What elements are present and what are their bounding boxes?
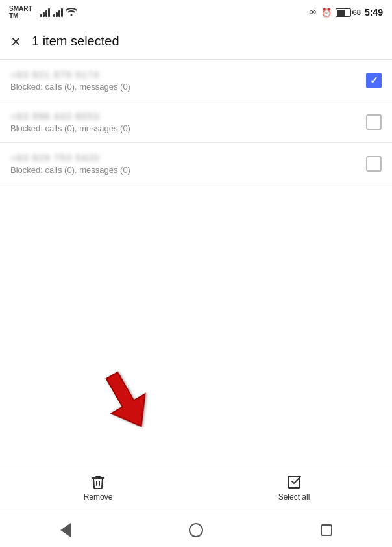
phone-number-1: +63 921 879 9174 xyxy=(10,69,366,80)
checkbox-2[interactable] xyxy=(366,114,382,130)
empty-content-area xyxy=(0,262,392,464)
svg-rect-1 xyxy=(288,476,300,488)
item-info-1: +63 921 879 9174 Blocked: calls (0), mes… xyxy=(10,69,366,92)
block-info-2: Blocked: calls (0), messages (0) xyxy=(10,123,366,133)
list-item[interactable]: +63 996 443 8053 Blocked: calls (0), mes… xyxy=(0,101,392,143)
status-bar: SMART TM xyxy=(0,0,392,23)
phone-number-3: +63 929 753 5420 xyxy=(10,152,366,163)
battery-indicator: 68 xyxy=(336,8,361,17)
wifi-icon xyxy=(66,7,77,18)
status-right-area: 👁 ⏰ 68 5:49 xyxy=(309,7,383,18)
alarm-icon: ⏰ xyxy=(321,8,332,18)
phone-frame: SMART TM xyxy=(0,0,392,547)
phone-number-2: +63 996 443 8053 xyxy=(10,110,366,121)
checkbox-3[interactable] xyxy=(366,156,382,172)
recents-nav-button[interactable] xyxy=(310,518,343,542)
back-nav-button[interactable] xyxy=(49,518,82,542)
list-item[interactable]: +63 929 753 5420 Blocked: calls (0), mes… xyxy=(0,143,392,184)
navigation-bar xyxy=(0,511,392,547)
home-nav-button[interactable] xyxy=(180,518,212,542)
remove-label: Remove xyxy=(84,492,113,502)
close-button[interactable]: ✕ xyxy=(10,34,21,49)
home-icon xyxy=(189,523,203,537)
signal-icon-1 xyxy=(40,8,50,17)
battery-percent: 68 xyxy=(353,8,361,16)
signal-icon-2 xyxy=(53,8,63,17)
select-all-icon xyxy=(286,474,302,490)
time-display: 5:49 xyxy=(365,7,383,18)
remove-button[interactable]: Remove xyxy=(0,464,196,511)
select-all-label: Select all xyxy=(278,492,310,502)
battery-icon xyxy=(336,8,351,17)
item-info-3: +63 929 753 5420 Blocked: calls (0), mes… xyxy=(10,152,366,175)
trash-icon xyxy=(90,474,106,490)
checkbox-1[interactable] xyxy=(366,73,382,88)
list-item[interactable]: +63 921 879 9174 Blocked: calls (0), mes… xyxy=(0,60,392,101)
block-info-3: Blocked: calls (0), messages (0) xyxy=(10,165,366,175)
back-icon xyxy=(60,523,71,537)
select-all-button[interactable]: Select all xyxy=(196,464,392,511)
item-info-2: +63 996 443 8053 Blocked: calls (0), mes… xyxy=(10,110,366,133)
signal-icons xyxy=(40,7,77,18)
recents-icon xyxy=(321,524,332,536)
app-bar: ✕ 1 item selected xyxy=(0,23,392,60)
block-info-1: Blocked: calls (0), messages (0) xyxy=(10,82,366,92)
carrier-label: SMART TM xyxy=(9,5,32,19)
eye-icon: 👁 xyxy=(309,8,317,18)
blocked-list: +63 921 879 9174 Blocked: calls (0), mes… xyxy=(0,60,392,262)
bottom-action-bar: Remove Select all xyxy=(0,464,392,511)
selection-title: 1 item selected xyxy=(32,34,119,49)
